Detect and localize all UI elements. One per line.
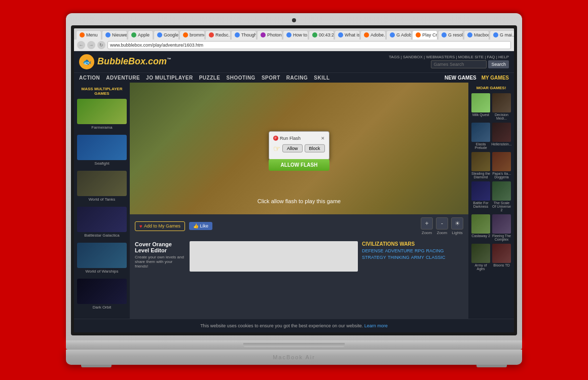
right-game-thumbnail [471,214,490,234]
tab-label: brommen... [190,32,205,37]
right-sidebar-game[interactable]: Army of Ages [471,244,490,271]
right-sidebar-game[interactable]: Battle For Darkness [471,181,490,212]
tab-favicon [312,32,317,37]
zoom-out-label: Zoom [437,231,447,235]
tab-favicon [209,32,214,37]
nav-item-adventure[interactable]: ADVENTURE [106,75,140,81]
flash-dialog-title: F Run Flash [273,135,301,140]
right-sidebar-game[interactable]: Hellenstein... [492,123,511,150]
tab-label: Redsc... [215,32,231,37]
nav-item-puzzle[interactable]: PUZZLE [199,75,220,81]
left-sidebar-game[interactable]: Farmerama [77,99,127,131]
right-game-thumbnail [471,181,490,201]
nav-item-sport[interactable]: SPORT [262,75,280,81]
browser-tab[interactable]: brommen... [179,30,205,40]
right-game-thumbnail [492,181,511,201]
browser-tab[interactable]: Play Cri... [412,30,437,40]
game-tag[interactable]: ADVENTURE [385,248,414,253]
browser-tab[interactable]: G resoluti... [438,30,463,40]
browser-tab[interactable]: Photon... [257,30,282,40]
block-button[interactable]: Block [305,144,325,153]
nav-item-skill[interactable]: SKILL [314,75,329,81]
flash-close-button[interactable]: ✕ [321,135,325,140]
main-content: MASS MULTIPLAYER GAMES FarmeramaSeafight… [74,83,514,319]
nav-item-shooting[interactable]: SHOOTING [227,75,255,81]
right-sidebar-game[interactable]: The Scale Of Universe 2 [492,181,511,212]
right-game-name: The Scale Of Universe 2 [492,201,511,212]
game-thumbnail [77,279,127,304]
browser-tab[interactable]: Google... [154,30,179,40]
browser-tab[interactable]: Apple [128,30,153,40]
tab-bar: MenuNieuwe...AppleGoogle...brommen...Red… [74,28,514,40]
allow-flash-button[interactable]: ALLOW FLASH [269,159,329,171]
browser-tab[interactable]: G mai... [490,30,514,40]
browser-tab[interactable]: Adobe... [360,30,386,40]
browser-tab[interactable]: Thought... [231,30,256,40]
game-tag[interactable]: STRATEGY [362,255,386,260]
left-sidebar-game[interactable]: World of Tanks [77,171,127,203]
tab-favicon [105,32,111,37]
right-game-name: Elasta Prelude [471,142,490,150]
nav-item-jo-multiplayer[interactable]: JO MULTIPLAYER [146,75,193,81]
allow-button[interactable]: Allow [282,144,303,153]
right-sidebar-game[interactable]: Bloons TD [492,244,511,271]
learn-more-link[interactable]: Learn more [364,323,388,328]
lights-button[interactable]: ☀ [451,217,463,230]
cookie-notice: This website uses cookies to ensure you … [74,319,514,332]
add-to-my-games-button[interactable]: ♥ Add to My Games [135,221,185,231]
game-tag[interactable]: ARMY [411,255,424,260]
left-sidebar-game[interactable]: World of Warships [77,243,127,275]
nav-item-action[interactable]: ACTION [79,75,100,81]
left-sidebar-game[interactable]: Dark Orbit [77,279,127,311]
zoom-in-button[interactable]: + [421,217,433,230]
right-game-name: Hellenstein... [491,142,511,146]
tab-favicon [338,32,343,37]
right-sidebar-game[interactable]: Papa's Ita... Doggeria [492,152,511,179]
browser-tab[interactable]: Redsc... [205,30,231,40]
reload-button[interactable]: ↻ [97,41,105,49]
right-game-row: Battle For DarknessThe Scale Of Universe… [471,181,511,212]
browser-tab[interactable]: Nieuwe... [102,30,127,40]
browser-tab[interactable]: How to... [283,30,308,40]
nav-my-games[interactable]: MY GAMES [482,75,509,81]
search-input[interactable] [431,60,487,68]
right-sidebar-game[interactable]: Decision Medi... [492,93,511,121]
logo-icon: 🐟 [79,54,94,69]
right-sidebar-game[interactable]: Castaway 2 [471,214,490,242]
game-canvas[interactable]: F Run Flash ✕ ☞ Allow Block [130,83,468,214]
browser-tab[interactable]: What is... [335,30,360,40]
browser-tab[interactable]: Menu [76,30,101,40]
browser-tab[interactable]: G Adobe P... [386,30,412,40]
right-foot [476,365,507,367]
back-button[interactable]: ← [77,41,85,49]
browser-tab[interactable]: Macbook... [464,30,489,40]
browser-tab[interactable]: 00:43:27 [309,30,334,40]
right-game-name: Army of Ages [471,263,490,271]
right-sidebar-game[interactable]: Milk Quest [471,93,490,121]
tab-favicon [183,32,188,37]
game-name: World of Tanks [77,196,127,203]
game-tag[interactable]: RPG [415,248,425,253]
like-button[interactable]: 👍 Like [189,222,212,230]
zoom-out-button[interactable]: - [436,217,448,230]
tab-label: G mai... [500,32,514,37]
tab-label: G resoluti... [448,32,463,37]
search-button[interactable]: Search [488,60,509,68]
left-sidebar-game[interactable]: Battlestar Galactica [77,207,127,239]
game-tag[interactable]: THINKING [388,255,410,260]
tab-favicon [442,32,447,37]
nav-new-games[interactable]: NEW GAMES [445,75,476,81]
game-tag[interactable]: DEFENSE [362,248,384,253]
right-sidebar-game[interactable]: Stealing the Diamond [471,152,490,179]
nav-item-racing[interactable]: RACING [286,75,308,81]
address-input[interactable] [107,41,511,49]
game-tag[interactable]: RACING [426,248,444,253]
header-links: TAGS | SANDBOX | WEBMASTERS | MOBILE SIT… [389,55,509,59]
game-tag[interactable]: CLASSIC [426,255,446,260]
forward-button[interactable]: → [87,41,95,49]
right-game-name: Stealing the Diamond [471,171,490,179]
tab-favicon [261,32,266,37]
right-sidebar-game[interactable]: Fleeing The Complex [492,214,511,242]
left-sidebar-game[interactable]: Seafight [77,135,127,167]
right-sidebar-game[interactable]: Elasta Prelude [471,123,490,150]
